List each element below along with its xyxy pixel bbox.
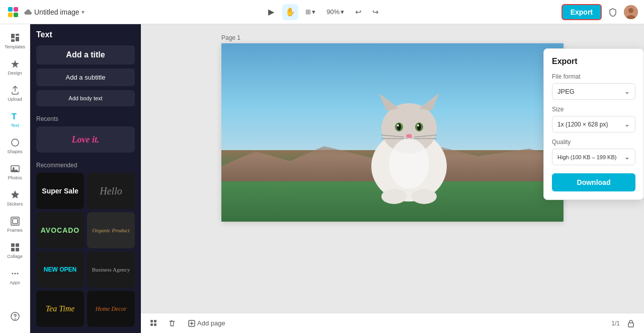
svg-rect-47 <box>154 323 156 326</box>
svg-rect-45 <box>154 320 156 322</box>
bottom-trash-btn[interactable] <box>165 316 179 330</box>
quality-value-row: High (100 KB – 199 KB) ⌄ <box>557 153 630 161</box>
svg-rect-17 <box>11 243 15 247</box>
canvas-area: Page 1 <box>141 24 644 333</box>
sidebar-item-stickers[interactable]: Stickers <box>3 185 28 211</box>
file-format-value: JPEG <box>557 88 575 95</box>
recent-love-text: Love it. <box>72 135 100 145</box>
sidebar-item-templates[interactable]: Templates <box>3 28 28 53</box>
quality-select[interactable]: High (100 KB – 199 KB) ⌄ <box>552 149 635 165</box>
svg-rect-1 <box>14 7 18 12</box>
recommended-section-title: Recommended <box>36 162 135 169</box>
rec-item-business[interactable]: Business Agency <box>87 251 135 288</box>
sidebar-item-collage[interactable]: Collage <box>3 238 28 263</box>
size-value-row: 1x (1200 × 628 px) ⌄ <box>557 120 630 128</box>
svg-point-42 <box>412 189 437 204</box>
svg-rect-3 <box>14 13 18 17</box>
topbar-right: Export <box>561 4 638 20</box>
svg-point-32 <box>397 124 399 126</box>
undo-btn[interactable]: ↩ <box>351 5 365 19</box>
sidebar-item-apps[interactable]: Apps <box>3 264 28 289</box>
svg-point-5 <box>628 8 633 13</box>
layout-btn[interactable]: ⊞ ▾ <box>301 6 319 18</box>
sidebar-item-frames[interactable]: Frames <box>3 212 28 237</box>
svg-point-34 <box>417 123 421 130</box>
apps-label: Apps <box>10 280 20 285</box>
svg-rect-44 <box>150 320 153 322</box>
sidebar-item-upload[interactable]: Upload <box>3 81 28 106</box>
upload-label: Upload <box>8 97 22 102</box>
text-label: Text <box>11 123 19 128</box>
rec-organic-text: Organic Product <box>92 227 129 233</box>
doc-title: Untitled image <box>34 8 79 16</box>
redo-btn[interactable]: ↪ <box>368 5 382 19</box>
collage-label: Collage <box>7 254 23 259</box>
save-cloud-icon <box>24 8 32 16</box>
rec-item-new-open[interactable]: NEW OPEN <box>36 251 84 288</box>
rec-item-home-decor[interactable]: Home Decor <box>87 291 135 327</box>
sidebar-item-help[interactable] <box>3 304 28 329</box>
trash-icon <box>168 319 176 327</box>
rec-item-super-sale[interactable]: Super Sale <box>36 173 84 209</box>
svg-point-31 <box>397 123 401 130</box>
add-page-btn[interactable]: Add page <box>183 317 230 329</box>
rec-item-avocado[interactable]: AVOCADO <box>36 212 84 248</box>
panel-sidebar: Text Add a title Add a subtitle Add body… <box>30 24 141 333</box>
svg-point-41 <box>381 189 407 204</box>
zoom-value: 90% <box>327 8 340 16</box>
layout-chevron-icon: ▾ <box>312 8 315 16</box>
add-subtitle-btn[interactable]: Add a subtitle <box>36 69 135 86</box>
sidebar-item-text[interactable]: T Text <box>3 107 28 132</box>
rec-item-tea-time[interactable]: Tea Time <box>36 291 84 327</box>
rec-item-organic[interactable]: Organic Product <box>87 212 135 248</box>
size-select[interactable]: 1x (1200 × 628 px) ⌄ <box>552 116 635 132</box>
svg-point-36 <box>406 134 412 138</box>
document-name[interactable]: Untitled image ▾ <box>24 8 85 16</box>
sidebar-item-design[interactable]: Design <box>3 54 28 80</box>
main-layout: Templates Design Upload T Text Shapes Ph… <box>0 24 644 333</box>
topbar-center: ▶ ✋ ⊞ ▾ 90% ▾ ↩ ↪ <box>90 4 556 20</box>
add-body-btn[interactable]: Add body text <box>36 90 135 106</box>
file-format-select[interactable]: JPEG ⌄ <box>552 83 635 100</box>
export-panel-title: Export <box>552 57 635 66</box>
export-button[interactable]: Export <box>561 4 602 20</box>
topbar-left: Untitled image ▾ <box>6 5 85 19</box>
rec-item-hello[interactable]: Hello <box>87 173 135 209</box>
svg-point-35 <box>417 124 419 126</box>
topbar: Untitled image ▾ ▶ ✋ ⊞ ▾ 90% ▾ ↩ ↪ Expor… <box>0 0 644 24</box>
quality-label: Quality <box>552 139 635 146</box>
grid-icon <box>150 319 158 327</box>
pointer-tool-btn[interactable]: ▶ <box>263 4 279 20</box>
sidebar-item-photos[interactable]: Photos <box>3 159 28 184</box>
user-avatar[interactable] <box>624 5 638 19</box>
lock-btn[interactable] <box>624 316 638 330</box>
size-value: 1x (1200 × 628 px) <box>557 121 608 128</box>
hand-tool-btn[interactable]: ✋ <box>282 4 298 20</box>
logo-icon <box>6 5 20 19</box>
svg-point-43 <box>389 139 429 189</box>
design-label: Design <box>8 71 22 76</box>
download-btn[interactable]: Download <box>552 173 635 191</box>
zoom-chevron-icon: ▾ <box>341 8 344 16</box>
svg-rect-16 <box>13 219 18 224</box>
rec-avocado-text: AVOCADO <box>41 226 80 234</box>
svg-rect-49 <box>628 323 633 327</box>
add-title-btn[interactable]: Add a title <box>36 45 135 64</box>
svg-rect-2 <box>8 13 13 17</box>
recents-section-title: Recents <box>36 115 135 122</box>
layout-icon: ⊞ <box>305 8 311 16</box>
shield-icon[interactable] <box>606 5 620 19</box>
recent-love-item[interactable]: Love it. <box>36 126 135 153</box>
lock-icon <box>627 319 635 327</box>
svg-rect-10 <box>16 37 19 41</box>
svg-rect-8 <box>16 34 19 36</box>
bottom-grid-btn[interactable] <box>147 316 161 330</box>
quality-chevron-icon: ⌄ <box>624 153 630 161</box>
file-format-label: File format <box>552 73 635 80</box>
sidebar-item-shapes[interactable]: Shapes <box>3 133 28 158</box>
zoom-btn[interactable]: 90% ▾ <box>323 6 348 18</box>
rec-home-decor-text: Home Decor <box>96 305 127 313</box>
svg-point-12 <box>12 139 19 146</box>
canvas-page[interactable] <box>221 43 564 222</box>
svg-point-25 <box>15 319 15 319</box>
